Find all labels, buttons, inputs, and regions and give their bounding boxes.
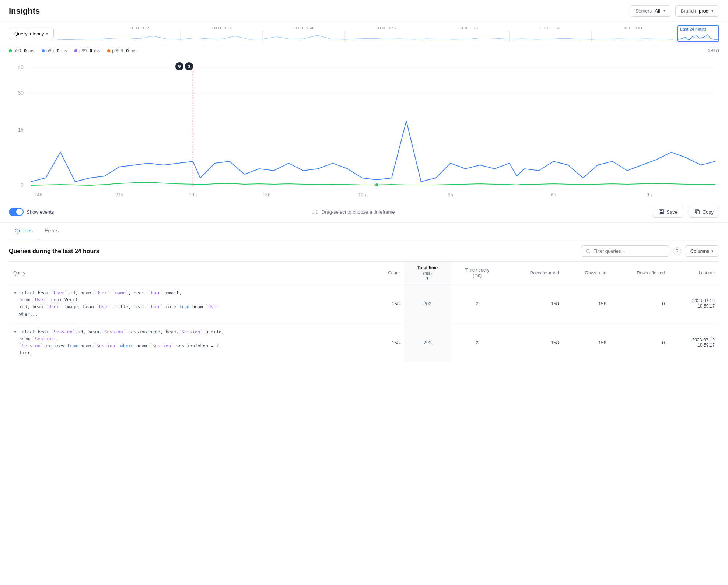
p999-value: 0 — [126, 48, 129, 53]
p50-value: 0 — [24, 48, 27, 53]
branch-control[interactable]: Branch prod ▾ — [675, 5, 719, 17]
col-query: Query — [9, 262, 371, 284]
time-per-query-cell-1: 2 — [451, 284, 504, 323]
svg-text:30: 30 — [18, 90, 24, 96]
save-label: Save — [666, 209, 678, 215]
event-icon-2[interactable]: G — [185, 62, 193, 70]
table-title: Queries during the last 24 hours — [9, 248, 99, 255]
svg-text:18h: 18h — [189, 192, 197, 197]
p95-dot — [42, 49, 45, 52]
last-24h-box[interactable]: Last 24 hours — [677, 25, 719, 42]
toggle-knob — [16, 209, 23, 215]
save-icon — [658, 209, 664, 215]
mini-timeline[interactable]: Jul 12 Jul 13 Jul 14 Jul 15 Jul 16 Jul 1… — [57, 25, 673, 42]
last-run-cell-1: 2023-07-19 10:59:17 — [669, 284, 719, 323]
event-icons-container: G G — [175, 62, 193, 70]
last-run-cell-2: 2023-07-19 10:59:17 — [669, 323, 719, 362]
tab-errors[interactable]: Errors — [39, 223, 64, 239]
metrics-time: 23:50 — [708, 48, 719, 53]
rows-affected-cell-2: 0 — [611, 323, 669, 362]
copy-button[interactable]: Copy — [689, 206, 719, 218]
table-header-row: Queries during the last 24 hours ? Colum… — [9, 239, 719, 261]
table-row: ▾ select beam.`Session`.id, beam.`Sessio… — [9, 323, 719, 362]
columns-button[interactable]: Columns ▾ — [685, 245, 719, 257]
col-rows-read: Rows read — [563, 262, 611, 284]
query-cell-1[interactable]: ▾ select beam.`User`.id, beam.`User`.`na… — [9, 284, 371, 323]
table-row: ▾ select beam.`User`.id, beam.`User`.`na… — [9, 284, 719, 323]
query-expand-1[interactable]: ▾ — [13, 290, 17, 295]
table-controls: ? Columns ▾ — [581, 245, 719, 257]
drag-hint-text: Drag-select to choose a timeframe — [322, 209, 395, 215]
header-controls: Servers All ▾ Branch prod ▾ — [630, 5, 719, 17]
svg-text:9h: 9h — [448, 192, 453, 197]
tab-queries-label: Queries — [15, 228, 33, 234]
branch-value: prod — [699, 8, 708, 14]
col-rows-returned: Rows returned — [504, 262, 563, 284]
app-title: Insights — [9, 6, 40, 16]
col-count: Count — [371, 262, 404, 284]
query-latency-label: Query latency — [14, 31, 44, 36]
drag-hint: Drag-select to choose a timeframe — [312, 209, 395, 215]
svg-text:6h: 6h — [551, 192, 556, 197]
columns-label: Columns — [690, 248, 709, 254]
svg-text:Jul 14: Jul 14 — [294, 26, 314, 30]
mini-timeline-svg: Jul 12 Jul 13 Jul 14 Jul 15 Jul 16 Jul 1… — [57, 25, 673, 42]
queries-section: Queries Errors Queries during the last 2… — [0, 223, 728, 362]
event-icon-1[interactable]: G — [175, 62, 183, 70]
svg-rect-34 — [696, 211, 700, 214]
queries-table: Query Count Total time (ms) ▼ Time / que… — [9, 261, 719, 362]
count-cell-2: 158 — [371, 323, 404, 362]
show-events-toggle[interactable] — [9, 208, 24, 216]
p99-label: p99: — [79, 48, 88, 53]
rows-affected-cell-1: 0 — [611, 284, 669, 323]
p99-unit: ms — [94, 48, 100, 53]
filter-input[interactable] — [593, 248, 664, 254]
filter-input-container[interactable] — [581, 245, 669, 257]
servers-value: All — [655, 8, 660, 14]
query-cell-2[interactable]: ▾ select beam.`Session`.id, beam.`Sessio… — [9, 323, 371, 362]
drag-select-icon — [312, 209, 319, 215]
show-events-label: Show events — [27, 209, 54, 215]
p99-metric: p99: 0 ms — [74, 48, 100, 53]
svg-text:0: 0 — [21, 182, 24, 188]
svg-text:40: 40 — [18, 64, 24, 70]
svg-text:Jul 12: Jul 12 — [130, 26, 150, 30]
p999-dot — [107, 49, 110, 52]
query-expand-2[interactable]: ▾ — [13, 329, 17, 334]
col-rows-affected: Rows affected — [611, 262, 669, 284]
query-latency-chevron-icon: ▾ — [46, 31, 48, 36]
p95-metric: p95: 0 ms — [42, 48, 67, 53]
svg-text:Jul 13: Jul 13 — [212, 26, 232, 30]
last-24h-label: Last 24 hours — [680, 27, 707, 31]
p999-label: p99.9: — [112, 48, 124, 53]
main-chart-container: 40 30 15 0 24h 21h 18h 15h 12h 9h 6h 3h … — [0, 56, 728, 200]
query-text-1: select beam.`User`.id, beam.`User`.`name… — [19, 290, 233, 318]
servers-chevron-icon: ▾ — [663, 8, 665, 13]
p99-value: 0 — [90, 48, 92, 53]
query-text-2: select beam.`Session`.id, beam.`Session`… — [19, 329, 233, 357]
help-icon[interactable]: ? — [673, 247, 681, 255]
time-per-query-cell-2: 2 — [451, 323, 504, 362]
timeline-bar: Query latency ▾ Jul 12 Jul 13 Jul 14 Jul… — [0, 22, 728, 45]
servers-control[interactable]: Servers All ▾ — [630, 5, 671, 17]
svg-rect-33 — [660, 212, 663, 214]
query-latency-dropdown[interactable]: Query latency ▾ — [9, 28, 54, 39]
svg-text:Jul 17: Jul 17 — [540, 26, 560, 30]
columns-chevron-icon: ▾ — [711, 249, 714, 253]
svg-text:3h: 3h — [647, 192, 652, 197]
p50-label: p50: — [14, 48, 22, 53]
branch-chevron-icon: ▾ — [711, 8, 714, 13]
app-header: Insights Servers All ▾ Branch prod ▾ — [0, 0, 728, 22]
metrics-row: p50: 0 ms p95: 0 ms p99: 0 ms p99.9: 0 m… — [0, 45, 728, 56]
branch-label: Branch — [681, 8, 696, 14]
svg-text:24h: 24h — [34, 192, 42, 197]
tab-queries[interactable]: Queries — [9, 223, 39, 239]
rows-read-cell-2: 158 — [563, 323, 611, 362]
table-header: Query Count Total time (ms) ▼ Time / que… — [9, 262, 719, 284]
rows-returned-cell-1: 158 — [504, 284, 563, 323]
save-button[interactable]: Save — [653, 206, 683, 218]
p95-label: p95: — [46, 48, 55, 53]
col-total-time[interactable]: Total time (ms) ▼ — [404, 262, 451, 284]
show-events-toggle-container: Show events — [9, 208, 54, 216]
p99-dot — [74, 49, 77, 52]
